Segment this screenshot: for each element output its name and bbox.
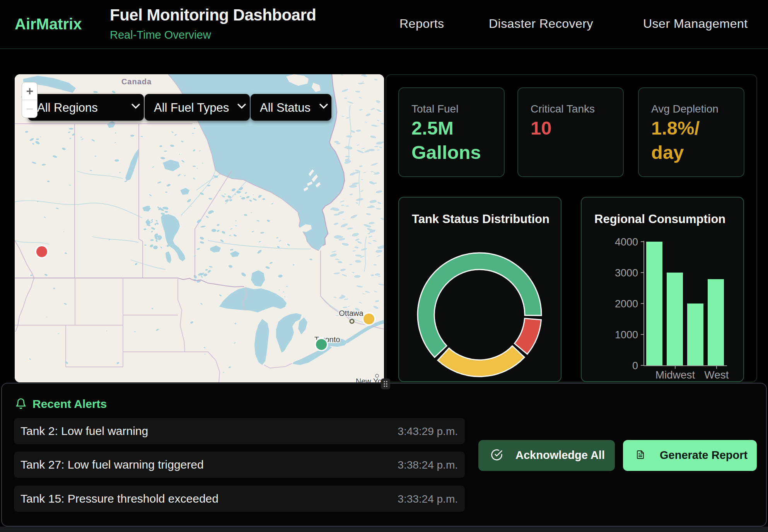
svg-text:1000: 1000 — [615, 329, 638, 341]
svg-text:New York: New York — [356, 377, 384, 382]
svg-text:3000: 3000 — [615, 267, 638, 279]
svg-text:2000: 2000 — [615, 298, 638, 310]
svg-text:Ottawa: Ottawa — [339, 309, 364, 317]
svg-text:Midwest: Midwest — [655, 369, 695, 381]
svg-text:West: West — [704, 369, 729, 381]
svg-text:Canada: Canada — [121, 77, 152, 86]
svg-text:0: 0 — [632, 360, 638, 372]
svg-text:4000: 4000 — [615, 236, 638, 248]
